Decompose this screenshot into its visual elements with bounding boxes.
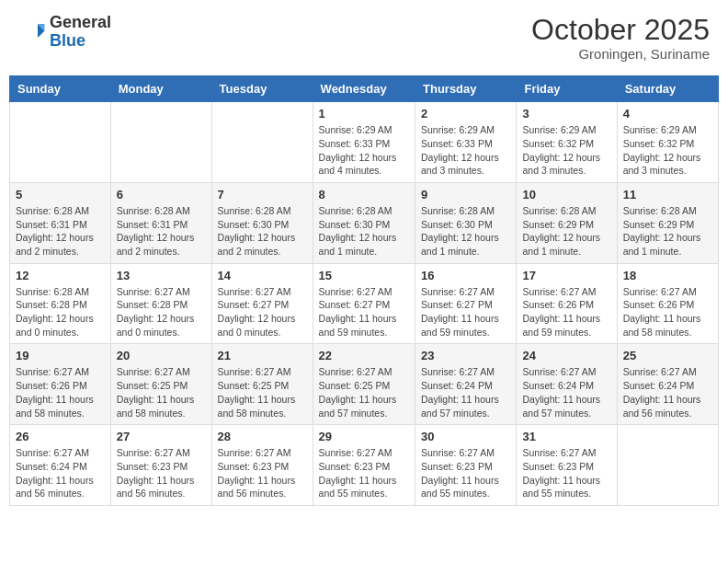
calendar-cell: 5Sunrise: 6:28 AM Sunset: 6:31 PM Daylig… xyxy=(10,182,111,263)
calendar-cell: 3Sunrise: 6:29 AM Sunset: 6:32 PM Daylig… xyxy=(517,102,617,183)
week-row-2: 5Sunrise: 6:28 AM Sunset: 6:31 PM Daylig… xyxy=(10,182,719,263)
calendar-cell: 2Sunrise: 6:29 AM Sunset: 6:33 PM Daylig… xyxy=(415,102,517,183)
day-info: Sunrise: 6:28 AM Sunset: 6:28 PM Dayligh… xyxy=(16,285,105,339)
day-number: 6 xyxy=(117,188,206,201)
day-info: Sunrise: 6:27 AM Sunset: 6:27 PM Dayligh… xyxy=(218,285,307,339)
day-info: Sunrise: 6:27 AM Sunset: 6:25 PM Dayligh… xyxy=(117,365,206,419)
calendar-cell: 22Sunrise: 6:27 AM Sunset: 6:25 PM Dayli… xyxy=(313,344,415,425)
calendar-cell: 18Sunrise: 6:27 AM Sunset: 6:26 PM Dayli… xyxy=(617,263,718,344)
day-number: 19 xyxy=(16,349,105,362)
day-number: 3 xyxy=(522,107,610,121)
location: Groningen, Suriname xyxy=(531,46,710,62)
calendar-cell: 21Sunrise: 6:27 AM Sunset: 6:25 PM Dayli… xyxy=(211,344,313,425)
day-number: 30 xyxy=(421,430,510,443)
calendar-cell: 30Sunrise: 6:27 AM Sunset: 6:23 PM Dayli… xyxy=(415,425,517,506)
day-number: 29 xyxy=(319,430,409,443)
day-number: 12 xyxy=(16,269,105,282)
day-number: 27 xyxy=(117,430,206,443)
day-number: 18 xyxy=(623,269,712,282)
day-info: Sunrise: 6:29 AM Sunset: 6:33 PM Dayligh… xyxy=(421,123,510,178)
day-number: 13 xyxy=(117,269,206,282)
day-number: 16 xyxy=(421,269,510,282)
day-number: 23 xyxy=(421,349,510,362)
day-number: 15 xyxy=(319,269,409,282)
day-number: 28 xyxy=(218,430,307,443)
calendar-cell: 20Sunrise: 6:27 AM Sunset: 6:25 PM Dayli… xyxy=(110,344,211,425)
calendar-cell: 23Sunrise: 6:27 AM Sunset: 6:24 PM Dayli… xyxy=(415,344,517,425)
day-info: Sunrise: 6:29 AM Sunset: 6:32 PM Dayligh… xyxy=(623,123,712,178)
calendar-cell: 7Sunrise: 6:28 AM Sunset: 6:30 PM Daylig… xyxy=(211,182,313,263)
day-number: 9 xyxy=(421,188,510,201)
day-info: Sunrise: 6:28 AM Sunset: 6:29 PM Dayligh… xyxy=(623,204,712,259)
week-row-1: 1Sunrise: 6:29 AM Sunset: 6:33 PM Daylig… xyxy=(10,102,719,183)
day-info: Sunrise: 6:28 AM Sunset: 6:31 PM Dayligh… xyxy=(16,204,105,259)
day-number: 5 xyxy=(16,188,105,201)
calendar-cell: 26Sunrise: 6:27 AM Sunset: 6:24 PM Dayli… xyxy=(10,425,111,506)
week-row-4: 19Sunrise: 6:27 AM Sunset: 6:26 PM Dayli… xyxy=(10,344,719,425)
calendar-cell: 10Sunrise: 6:28 AM Sunset: 6:29 PM Dayli… xyxy=(517,182,617,263)
day-info: Sunrise: 6:27 AM Sunset: 6:24 PM Dayligh… xyxy=(16,446,105,500)
day-info: Sunrise: 6:29 AM Sunset: 6:33 PM Dayligh… xyxy=(319,123,409,178)
title-block: October 2025 Groningen, Suriname xyxy=(531,14,710,62)
calendar: SundayMondayTuesdayWednesdayThursdayFrid… xyxy=(9,75,719,506)
calendar-cell: 19Sunrise: 6:27 AM Sunset: 6:26 PM Dayli… xyxy=(10,344,111,425)
weekday-header-tuesday: Tuesday xyxy=(211,76,313,102)
calendar-cell: 4Sunrise: 6:29 AM Sunset: 6:32 PM Daylig… xyxy=(617,102,718,183)
day-number: 8 xyxy=(319,188,409,201)
day-number: 22 xyxy=(319,349,409,362)
calendar-cell: 8Sunrise: 6:28 AM Sunset: 6:30 PM Daylig… xyxy=(313,182,415,263)
day-number: 7 xyxy=(218,188,307,201)
logo-blue: Blue xyxy=(50,31,85,50)
logo-icon xyxy=(18,18,46,46)
day-number: 25 xyxy=(623,349,712,362)
day-info: Sunrise: 6:28 AM Sunset: 6:31 PM Dayligh… xyxy=(117,204,206,259)
day-number: 2 xyxy=(421,107,510,121)
calendar-cell: 15Sunrise: 6:27 AM Sunset: 6:27 PM Dayli… xyxy=(313,263,415,344)
calendar-cell: 17Sunrise: 6:27 AM Sunset: 6:26 PM Dayli… xyxy=(517,263,617,344)
calendar-cell: 11Sunrise: 6:28 AM Sunset: 6:29 PM Dayli… xyxy=(617,182,718,263)
weekday-header-friday: Friday xyxy=(517,76,617,102)
day-info: Sunrise: 6:27 AM Sunset: 6:26 PM Dayligh… xyxy=(16,365,105,419)
calendar-cell xyxy=(617,425,718,506)
calendar-cell: 12Sunrise: 6:28 AM Sunset: 6:28 PM Dayli… xyxy=(10,263,111,344)
day-number: 11 xyxy=(623,188,712,201)
day-info: Sunrise: 6:27 AM Sunset: 6:23 PM Dayligh… xyxy=(218,446,307,500)
week-row-5: 26Sunrise: 6:27 AM Sunset: 6:24 PM Dayli… xyxy=(10,425,719,506)
calendar-cell: 16Sunrise: 6:27 AM Sunset: 6:27 PM Dayli… xyxy=(415,263,517,344)
day-info: Sunrise: 6:28 AM Sunset: 6:30 PM Dayligh… xyxy=(218,204,307,259)
calendar-cell: 28Sunrise: 6:27 AM Sunset: 6:23 PM Dayli… xyxy=(211,425,313,506)
day-number: 1 xyxy=(319,107,409,121)
logo-text: General Blue xyxy=(50,14,111,51)
page-header: General Blue October 2025 Groningen, Sur… xyxy=(9,9,719,66)
day-number: 21 xyxy=(218,349,307,362)
weekday-header-sunday: Sunday xyxy=(10,76,111,102)
day-info: Sunrise: 6:27 AM Sunset: 6:25 PM Dayligh… xyxy=(218,365,307,419)
day-info: Sunrise: 6:27 AM Sunset: 6:28 PM Dayligh… xyxy=(117,285,206,339)
calendar-cell xyxy=(211,102,313,183)
day-info: Sunrise: 6:27 AM Sunset: 6:26 PM Dayligh… xyxy=(522,285,610,339)
day-info: Sunrise: 6:28 AM Sunset: 6:29 PM Dayligh… xyxy=(522,204,610,259)
calendar-cell: 9Sunrise: 6:28 AM Sunset: 6:30 PM Daylig… xyxy=(415,182,517,263)
day-info: Sunrise: 6:27 AM Sunset: 6:23 PM Dayligh… xyxy=(522,446,610,500)
logo: General Blue xyxy=(18,14,111,51)
day-info: Sunrise: 6:27 AM Sunset: 6:23 PM Dayligh… xyxy=(319,446,409,500)
weekday-header-row: SundayMondayTuesdayWednesdayThursdayFrid… xyxy=(10,76,719,102)
calendar-cell: 24Sunrise: 6:27 AM Sunset: 6:24 PM Dayli… xyxy=(517,344,617,425)
calendar-cell: 29Sunrise: 6:27 AM Sunset: 6:23 PM Dayli… xyxy=(313,425,415,506)
day-number: 24 xyxy=(522,349,610,362)
calendar-cell: 27Sunrise: 6:27 AM Sunset: 6:23 PM Dayli… xyxy=(110,425,211,506)
week-row-3: 12Sunrise: 6:28 AM Sunset: 6:28 PM Dayli… xyxy=(10,263,719,344)
weekday-header-monday: Monday xyxy=(110,76,211,102)
calendar-cell: 14Sunrise: 6:27 AM Sunset: 6:27 PM Dayli… xyxy=(211,263,313,344)
day-info: Sunrise: 6:27 AM Sunset: 6:23 PM Dayligh… xyxy=(117,446,206,500)
weekday-header-thursday: Thursday xyxy=(415,76,517,102)
day-number: 31 xyxy=(522,430,610,443)
calendar-cell: 1Sunrise: 6:29 AM Sunset: 6:33 PM Daylig… xyxy=(313,102,415,183)
calendar-cell xyxy=(110,102,211,183)
logo-general: General xyxy=(50,13,111,31)
day-info: Sunrise: 6:27 AM Sunset: 6:23 PM Dayligh… xyxy=(421,446,510,500)
day-number: 14 xyxy=(218,269,307,282)
calendar-cell xyxy=(10,102,111,183)
day-number: 17 xyxy=(522,269,610,282)
month-title: October 2025 xyxy=(531,14,710,46)
